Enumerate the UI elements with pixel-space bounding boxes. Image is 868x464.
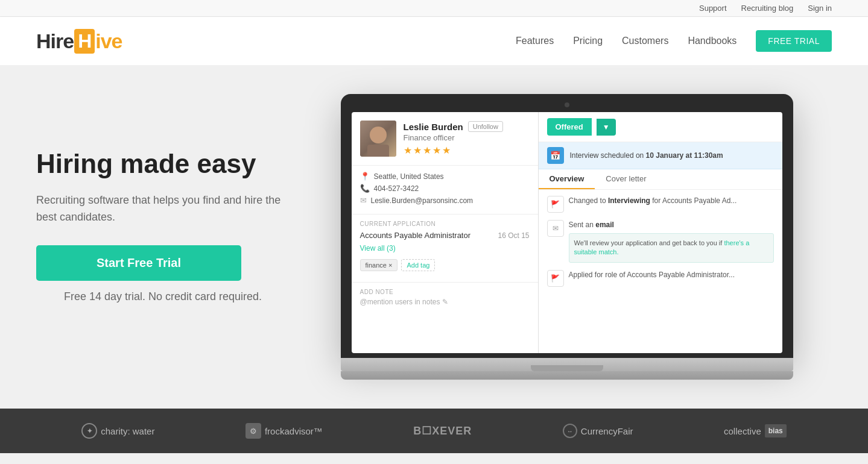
frock-text: frockadvisor™: [265, 426, 323, 436]
status-bar: Offered ▼: [539, 112, 782, 142]
activity-text-2: Sent an email: [569, 220, 774, 230]
logo-frockadvisor: ⚙ frockadvisor™: [246, 423, 323, 439]
detail-email: ✉ Leslie.Burden@parsonsinc.com: [360, 196, 530, 205]
candidate-name: Leslie Burden: [404, 122, 463, 132]
activity-content-3: Applied for role of Accounts Payable Adm…: [569, 270, 774, 287]
add-tag-button[interactable]: Add tag: [401, 259, 435, 271]
status-dropdown-button[interactable]: ▼: [597, 119, 616, 136]
activity-flag-icon-1: 🚩: [547, 196, 564, 213]
logo[interactable]: HireHive: [36, 29, 122, 54]
blog-link[interactable]: Recruiting blog: [741, 4, 794, 13]
app-row: Accounts Payable Administrator 16 Oct 15: [360, 231, 530, 240]
app-date: 16 Oct 15: [498, 231, 529, 240]
top-bar: Support Recruiting blog Sign in: [0, 0, 868, 17]
candidate-stars: ★★★★★: [404, 145, 530, 156]
charity-mark: ✦: [81, 423, 97, 439]
candidate-name-row: Leslie Burden Unfollow: [404, 121, 530, 132]
location-text: Seattle, United States: [374, 172, 444, 181]
detail-location: 📍 Seattle, United States: [360, 172, 530, 181]
avatar-face: [370, 127, 387, 143]
hero-cta-button[interactable]: Start Free Trial: [36, 245, 241, 281]
interview-banner: 📅 Interview scheduled on 10 January at 1…: [539, 142, 782, 169]
add-note-label: ADD NOTE: [360, 289, 530, 295]
activity-item-1: 🚩 Changed to Interviewing for Accounts P…: [547, 196, 774, 213]
logo-collective-bias: collective bias: [724, 424, 787, 437]
current-application: CURRENT APPLICATION Accounts Payable Adm…: [352, 215, 538, 277]
candidate-details: 📍 Seattle, United States 📞 404-527-3422 …: [352, 166, 538, 215]
tags-row: finance × Add tag: [360, 259, 530, 271]
nav-pricing[interactable]: Pricing: [573, 36, 603, 46]
avatar-body: [367, 145, 389, 157]
add-note-section: ADD NOTE @mention users in notes ✎: [352, 282, 538, 312]
email-highlight: there's a suitable match.: [574, 239, 750, 256]
tag-finance: finance ×: [360, 259, 398, 271]
cf-text: CurrencyFair: [581, 426, 633, 436]
app-name: Accounts Payable Administrator: [360, 231, 471, 240]
cb-box: bias: [765, 424, 787, 437]
tab-overview[interactable]: Overview: [539, 169, 595, 189]
phone-icon: 📞: [360, 184, 370, 193]
activity-content-1: Changed to Interviewing for Accounts Pay…: [569, 196, 774, 213]
navbar: HireHive Features Pricing Customers Hand…: [0, 17, 868, 65]
logo-charity-water: ✦ charity: water: [81, 423, 154, 439]
activity-item-2: ✉ Sent an email We'll review your applic…: [547, 220, 774, 263]
hero-text-block: Hiring made easy Recruiting software tha…: [36, 149, 290, 325]
nav-free-trial-button[interactable]: FREE TRIAL: [756, 30, 832, 52]
location-icon: 📍: [360, 172, 370, 181]
laptop-mockup: Leslie Burden Unfollow Finance officer ★…: [341, 94, 793, 380]
candidate-header: Leslie Burden Unfollow Finance officer ★…: [352, 112, 538, 166]
laptop-stand: [341, 371, 793, 380]
hero-section: Hiring made easy Recruiting software tha…: [0, 65, 868, 409]
support-link[interactable]: Support: [699, 4, 727, 13]
interview-text: Interview scheduled on 10 January at 11:…: [570, 151, 723, 160]
logo-hire-text: Hire: [36, 30, 74, 53]
nav-features[interactable]: Features: [516, 36, 554, 46]
activity-text-3: Applied for role of Accounts Payable Adm…: [569, 270, 774, 280]
tabs-row: Overview Cover letter: [539, 169, 782, 190]
boxever-text: B☐XEVER: [413, 424, 472, 437]
activity-text-1: Changed to Interviewing for Accounts Pay…: [569, 196, 774, 206]
signin-link[interactable]: Sign in: [808, 4, 832, 13]
hero-headline: Hiring made easy: [36, 149, 290, 180]
nav-handbooks[interactable]: Handbooks: [688, 36, 737, 46]
calendar-icon: 📅: [547, 147, 564, 164]
frock-icon: ⚙: [246, 423, 261, 439]
detail-phone: 📞 404-527-3422: [360, 184, 530, 193]
activity-email-icon: ✉: [547, 220, 564, 237]
logos-bar: ✦ charity: water ⚙ frockadvisor™ B☐XEVER…: [0, 409, 868, 453]
cf-icon: ↔: [563, 424, 577, 438]
activity-item-3: 🚩 Applied for role of Accounts Payable A…: [547, 270, 774, 287]
hero-subtext: Recruiting software that helps you find …: [36, 192, 290, 227]
logo-ive-text: ive: [95, 30, 122, 53]
email-text: Leslie.Burden@parsonsinc.com: [371, 196, 474, 205]
avatar-image: [360, 121, 396, 157]
candidate-info: Leslie Burden Unfollow Finance officer ★…: [404, 121, 530, 156]
screen-right-panel: Offered ▼ 📅 Interview scheduled on 10 Ja…: [539, 112, 782, 353]
logo-hex-icon: H: [74, 29, 95, 54]
unfollow-button[interactable]: Unfollow: [468, 121, 503, 132]
charity-text: charity: water: [101, 426, 154, 436]
email-icon: ✉: [360, 196, 367, 205]
tab-cover-letter[interactable]: Cover letter: [595, 169, 657, 189]
activity-content-2: Sent an email We'll review your applicat…: [569, 220, 774, 263]
phone-text: 404-527-3422: [374, 184, 419, 193]
current-app-label: CURRENT APPLICATION: [360, 221, 530, 227]
interview-prefix: Interview scheduled on: [570, 151, 646, 160]
activity-feed: 🚩 Changed to Interviewing for Accounts P…: [539, 190, 782, 353]
nav-customers[interactable]: Customers: [622, 36, 668, 46]
status-offered-button[interactable]: Offered: [547, 118, 592, 136]
screen-left-panel: Leslie Burden Unfollow Finance officer ★…: [352, 112, 539, 353]
view-all-link[interactable]: View all (3): [360, 244, 396, 252]
hero-fine-print: Free 14 day trial. No credit card requir…: [36, 288, 290, 306]
laptop-body: Leslie Burden Unfollow Finance officer ★…: [341, 94, 793, 358]
logo-currencyfair: ↔ CurrencyFair: [563, 424, 633, 438]
nav-links: Features Pricing Customers Handbooks FRE…: [516, 30, 832, 52]
hero-image: Leslie Burden Unfollow Finance officer ★…: [290, 94, 832, 380]
mention-text: @mention users in notes ✎: [360, 298, 530, 306]
laptop-screen: Leslie Burden Unfollow Finance officer ★…: [352, 112, 782, 353]
logo-boxever: B☐XEVER: [413, 424, 472, 437]
laptop-camera: [565, 102, 569, 107]
candidate-avatar: [360, 121, 396, 157]
candidate-title: Finance officer: [404, 133, 530, 142]
collective-text: collective: [724, 426, 761, 436]
